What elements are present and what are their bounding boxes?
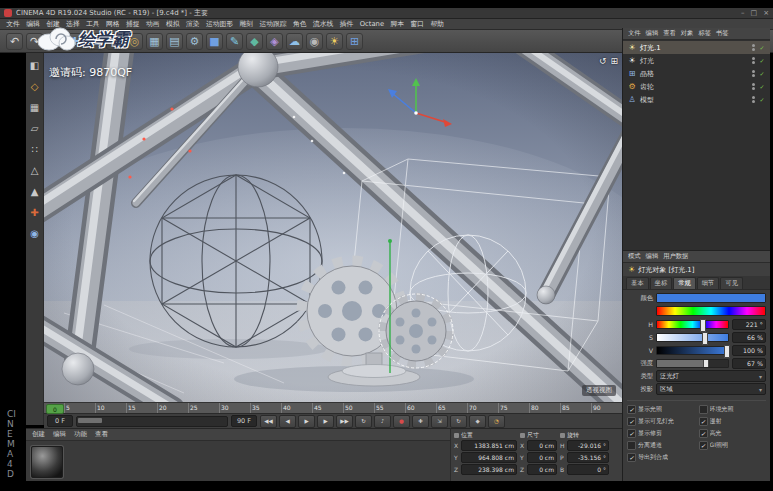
menu-item[interactable]: Octane [356,20,387,28]
menu-item[interactable]: 插件 [337,19,357,29]
record-parameter-button[interactable]: ◆ [469,415,486,428]
option-checkbox[interactable]: ✓ 显示光照 [627,405,695,414]
saturation-slider[interactable] [656,333,729,342]
menu-item[interactable]: 模拟 [163,19,183,29]
object-row[interactable]: ⊞ 晶格 ✓ [623,67,770,80]
next-frame-button[interactable]: ▶ [317,415,334,428]
current-frame-marker[interactable]: 0 [46,404,64,414]
record-keyframe-button[interactable]: ● [393,415,410,428]
axis-mode-icon[interactable]: ✚ [28,205,42,219]
attribute-menu-item[interactable]: 编辑 [646,252,659,261]
object-row[interactable]: ☀ 灯光.1 ✓ [623,41,770,54]
add-generator-icon[interactable]: ◆ [246,33,263,50]
frame-range-slider[interactable] [76,416,228,427]
option-checkbox[interactable]: ✓ 高光 [699,429,767,438]
visibility-dots[interactable] [752,70,755,77]
add-environment-icon[interactable]: ☁ [286,33,303,50]
rotation-b-field[interactable]: 0 ° [567,464,609,475]
add-deformer-icon[interactable]: ◈ [266,33,283,50]
intensity-slider[interactable] [656,359,729,368]
polygons-mode-icon[interactable]: ▲ [28,184,42,198]
menu-item[interactable]: 文件 [3,19,23,29]
option-checkbox[interactable]: ✓ 漫射 [699,417,767,426]
texture-mode-icon[interactable]: ▦ [28,100,42,114]
points-mode-icon[interactable]: ∷ [28,142,42,156]
add-spline-icon[interactable]: ✎ [226,33,243,50]
option-checkbox[interactable]: ✓ 显示修剪 [627,429,695,438]
intensity-value-field[interactable]: 67 % [732,358,766,369]
sound-toggle-button[interactable]: ♪ [374,415,391,428]
size-x-field[interactable]: 0 cm [527,440,557,451]
menu-item[interactable]: 渲染 [183,19,203,29]
saturation-value-field[interactable]: 66 % [732,332,766,343]
close-button[interactable]: × [763,9,769,17]
timeline-ruler[interactable]: 0 51015202530354045505560657075808590 [44,402,622,413]
render-settings-icon[interactable]: ⚙ [186,33,203,50]
attribute-menu-item[interactable]: 用户数据 [663,252,688,261]
object-manager-menu-item[interactable]: 编辑 [646,29,659,38]
menu-item[interactable]: 运动图形 [203,19,237,29]
goto-start-button[interactable]: ◀◀ [260,415,277,428]
rotation-p-field[interactable]: -35.156 ° [567,452,609,463]
end-frame-field[interactable]: 90 F [231,415,257,427]
menu-item[interactable]: 雕刻 [236,19,256,29]
render-picture-viewer-icon[interactable]: ▤ [166,33,183,50]
position-z-field[interactable]: 238.398 cm [461,464,517,475]
object-row[interactable]: ⚙ 齿轮 ✓ [623,80,770,93]
add-cube-icon[interactable]: ■ [206,33,223,50]
enabled-check-icon[interactable]: ✓ [758,44,766,51]
menu-item[interactable]: 流水线 [310,19,337,29]
visibility-dots[interactable] [752,44,755,51]
start-frame-field[interactable]: 0 F [47,415,73,427]
menu-item[interactable]: 帮助 [427,19,447,29]
object-manager-menu-item[interactable]: 标签 [698,29,711,38]
add-array-icon[interactable]: ⊞ [346,33,363,50]
autokey-button[interactable]: ◔ [488,415,505,428]
visibility-dots[interactable] [752,83,755,90]
menu-item[interactable]: 动画 [143,19,163,29]
model-mode-icon[interactable]: ◇ [28,79,42,93]
size-z-field[interactable]: 0 cm [527,464,557,475]
enabled-check-icon[interactable]: ✓ [758,83,766,90]
menu-item[interactable]: 角色 [290,19,310,29]
enabled-check-icon[interactable]: ✓ [758,70,766,77]
undo-icon[interactable]: ↶ [6,33,23,50]
rotation-h-field[interactable]: -29.016 ° [567,440,609,451]
material-menu-item[interactable]: 编辑 [53,430,66,439]
hue-slider[interactable] [656,320,729,329]
add-light-icon[interactable]: ☀ [326,33,343,50]
minimize-button[interactable]: – [741,9,745,17]
attribute-tab[interactable]: 细节 [697,277,720,289]
edges-mode-icon[interactable]: △ [28,163,42,177]
record-scale-button[interactable]: ⇲ [431,415,448,428]
option-checkbox[interactable]: ✓ 显示可见灯光 [627,417,695,426]
option-checkbox[interactable]: ✓ 环境光照 [699,405,767,414]
record-position-button[interactable]: ✚ [412,415,429,428]
hue-value-field[interactable]: 221 ° [732,319,766,330]
attribute-tab[interactable]: 可见 [720,277,743,289]
menu-item[interactable]: 脚本 [387,19,407,29]
menu-item[interactable]: 窗口 [407,19,427,29]
enabled-check-icon[interactable]: ✓ [758,57,766,64]
position-x-field[interactable]: 1383.851 cm [461,440,517,451]
material-menu-item[interactable]: 功能 [74,430,87,439]
loop-button[interactable]: ↻ [355,415,372,428]
object-manager-menu-item[interactable]: 查看 [663,29,676,38]
add-camera-icon[interactable]: ◉ [306,33,323,50]
light-type-dropdown[interactable]: 泛光灯 ▾ [656,370,766,382]
material-thumbnail[interactable] [31,446,63,478]
menu-item[interactable]: 运动跟踪 [256,19,290,29]
viewport[interactable]: 邀请码: 9870QF ↺ ⊞ 透视视图 [44,53,622,402]
value-slider[interactable] [656,346,729,355]
color-swatch[interactable] [656,293,766,303]
attribute-menu-item[interactable]: 模式 [628,252,641,261]
object-manager-menu-item[interactable]: 文件 [628,29,641,38]
object-manager-menu-item[interactable]: 书签 [716,29,729,38]
material-menu-item[interactable]: 创建 [32,430,45,439]
prev-frame-button[interactable]: ◀ [279,415,296,428]
object-row[interactable]: ☀ 灯光 ✓ [623,54,770,67]
render-view-icon[interactable]: ▦ [146,33,163,50]
option-checkbox[interactable]: ✓ GI照明 [699,441,767,450]
object-manager-menu-item[interactable]: 对象 [681,29,694,38]
option-checkbox[interactable]: ✓ 分离通道 [627,441,695,450]
